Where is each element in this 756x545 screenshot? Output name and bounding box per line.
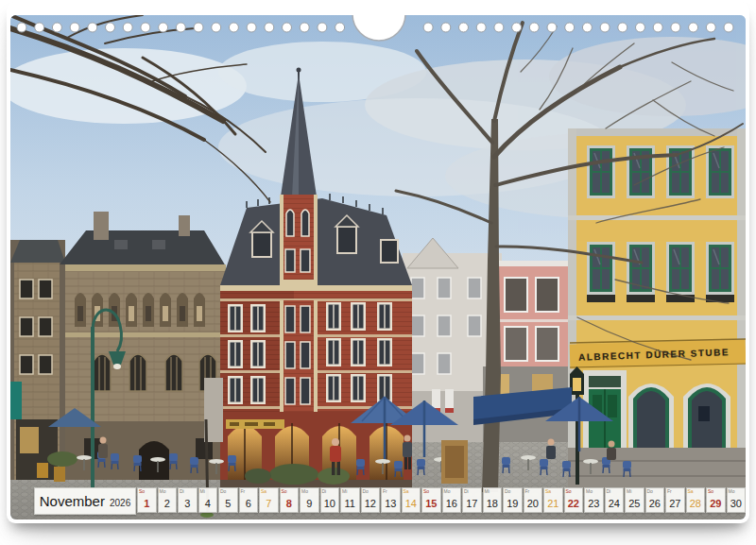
calendar-day-cell: Mi4 xyxy=(198,487,218,513)
calendar-day-cell: Di17 xyxy=(462,487,482,513)
calendar-day-cell: Sa7 xyxy=(259,487,279,513)
left-houses xyxy=(10,240,65,480)
calendar-day-cell: Mo2 xyxy=(158,487,178,513)
calendar-day-cell: Do5 xyxy=(218,487,238,513)
calendar-day-cell: Sa28 xyxy=(686,487,706,513)
yellow-building xyxy=(568,128,746,492)
calendar-day-cell: Mi11 xyxy=(340,487,360,513)
calendar-day-cell: Mo16 xyxy=(442,487,462,513)
page: { "calendar": { "month": "November", "ye… xyxy=(0,0,756,545)
calendar-day-cell: Fr27 xyxy=(665,487,685,513)
calendar-day-cell: So1 xyxy=(137,487,157,513)
calendar-day-cell: Sa21 xyxy=(543,487,563,513)
calendar-day-cell: Fr13 xyxy=(381,487,401,513)
calendar-day-cell: So15 xyxy=(421,487,441,513)
calendar-day-cell: Mo30 xyxy=(727,487,747,513)
gothic-building xyxy=(60,212,226,480)
month-year: 2026 xyxy=(110,490,130,516)
calendar-day-cell: Di24 xyxy=(605,487,625,513)
calendar-day-cell: Do12 xyxy=(361,487,381,513)
calendar-day-cell: So29 xyxy=(706,487,726,513)
calendar-day-cell: Di10 xyxy=(320,487,340,513)
calendar-day-cell: So22 xyxy=(564,487,584,513)
calendar-day-cell: Di3 xyxy=(178,487,198,513)
calendar-day-cell: Do26 xyxy=(645,487,665,513)
calendar-day-cell: Mi25 xyxy=(625,487,644,513)
calendar-day-cell: So8 xyxy=(280,487,300,513)
calendar-day-cell: Mi18 xyxy=(483,487,503,513)
photo-scene xyxy=(10,15,746,519)
calendar-photo: ALBRECHT DÜRER STUBE November 2026 So1Mo… xyxy=(10,15,746,519)
calendar-day-cell: Fr6 xyxy=(239,487,259,513)
month-name: November xyxy=(40,488,105,514)
calendar-day-cell: Mo23 xyxy=(584,487,604,513)
month-label-box: November 2026 xyxy=(34,487,136,515)
calendar-strip: November 2026 So1Mo2Di3Mi4Do5Fr6Sa7So8Mo… xyxy=(10,487,746,514)
calendar-sheet: ALBRECHT DÜRER STUBE November 2026 So1Mo… xyxy=(7,2,749,523)
calendar-day-cell: Mo9 xyxy=(300,487,319,513)
calendar-days-row: So1Mo2Di3Mi4Do5Fr6Sa7So8Mo9Di10Mi11Do12F… xyxy=(137,487,746,513)
calendar-day-cell: Fr20 xyxy=(524,487,543,513)
calendar-day-cell: Do19 xyxy=(503,487,523,513)
calendar-day-cell: Sa14 xyxy=(402,487,421,513)
